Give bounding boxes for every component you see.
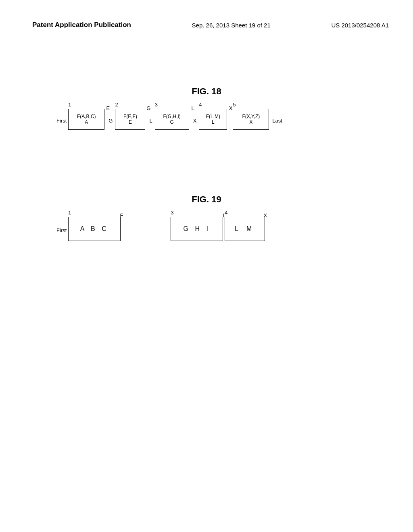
header: Patent Application Publication Sep. 26, …: [0, 0, 413, 38]
fig18-node5-top: F(X,Y,Z): [240, 113, 261, 119]
fig18-node2-box: F(E,F) E G: [115, 109, 145, 130]
fig18-node4-top: F(L,M): [204, 113, 222, 119]
fig18-gap-l: L: [149, 118, 152, 124]
fig18-node3-bottom: G: [168, 119, 175, 126]
fig18-node4-number: 4: [199, 102, 202, 108]
fig18-node1-right-letter: E: [106, 105, 110, 111]
fig18-node-3: 3 F(G,H,I) G L: [155, 109, 189, 130]
fig19-node1-number: 1: [68, 210, 71, 216]
fig18-title: FIG. 18: [24, 86, 389, 97]
fig19-node3-number: 3: [171, 210, 173, 216]
fig18-node2-bottom: E: [127, 119, 133, 126]
fig19-node-3: 3 G H I L: [171, 217, 223, 241]
page: Patent Application Publication Sep. 26, …: [0, 0, 413, 532]
fig18-node5-box: F(X,Y,Z) X: [233, 109, 269, 130]
fig18-node2-right-letter: G: [146, 105, 150, 111]
fig18-node2-number: 2: [115, 102, 118, 108]
header-date-sheet: Sep. 26, 2013 Sheet 19 of 21: [192, 20, 271, 29]
fig18-node1-bottom: A: [83, 119, 90, 126]
fig19-node4-right-letter: X: [264, 212, 271, 218]
fig18-section: FIG. 18 First 1 F(A,B,C) A E G 2 F(E,F): [0, 86, 413, 130]
fig18-node3-right-letter: L: [191, 105, 194, 111]
fig19-section: FIG. 19 First 1 A B C E 3 G H I L: [0, 194, 413, 241]
fig19-node-1: 1 A B C E: [68, 217, 121, 241]
fig18-node-5: 5 F(X,Y,Z) X: [233, 109, 269, 130]
fig19-node1-content: A B C: [80, 225, 109, 233]
fig18-label-first: First: [56, 118, 67, 124]
fig18-node-2: 2 F(E,F) E G: [115, 109, 145, 130]
fig18-node4-box: F(L,M) L X: [199, 109, 227, 130]
fig18-node-1: 1 F(A,B,C) A E: [68, 109, 104, 130]
fig18-node2-top: F(E,F): [122, 113, 139, 119]
fig19-node4-box: L M X: [225, 217, 265, 241]
fig18-node4-bottom: L: [210, 119, 216, 126]
fig19-node1-right-letter: E: [120, 212, 126, 218]
fig18-gap-g: G: [108, 118, 113, 124]
fig18-diagram: First 1 F(A,B,C) A E G 2 F(E,F) E G: [24, 109, 389, 130]
fig19-node-4: 4 L M X: [225, 217, 265, 241]
header-patent-number: US 2013/0254208 A1: [331, 20, 389, 29]
fig19-node4-content: L M: [235, 225, 255, 233]
fig19-node1-box: A B C E: [68, 217, 121, 241]
fig18-node5-number: 5: [233, 102, 236, 108]
fig19-label-first: First: [56, 227, 67, 233]
fig18-node1-number: 1: [68, 102, 71, 108]
fig18-node1-box: F(A,B,C) A E: [68, 109, 104, 130]
fig18-node3-number: 3: [155, 102, 158, 108]
fig18-node3-box: F(G,H,I) G L: [155, 109, 189, 130]
fig19-node3-box: G H I L: [171, 217, 223, 241]
fig19-node3-content: G H I: [184, 225, 211, 233]
header-publication-label: Patent Application Publication: [32, 20, 131, 30]
fig18-node5-bottom: X: [248, 119, 254, 126]
fig18-label-last: Last: [272, 118, 282, 124]
fig19-diagram: First 1 A B C E 3 G H I L: [24, 217, 389, 241]
fig18-node-4: 4 F(L,M) L X: [199, 109, 227, 130]
fig18-gap-x: X: [193, 118, 197, 124]
fig18-node4-right-letter: X: [229, 105, 233, 111]
fig19-title: FIG. 19: [24, 194, 389, 205]
fig18-node1-top: F(A,B,C): [75, 113, 98, 119]
fig19-node4-number: 4: [225, 210, 227, 216]
fig18-node3-top: F(G,H,I): [161, 113, 182, 119]
